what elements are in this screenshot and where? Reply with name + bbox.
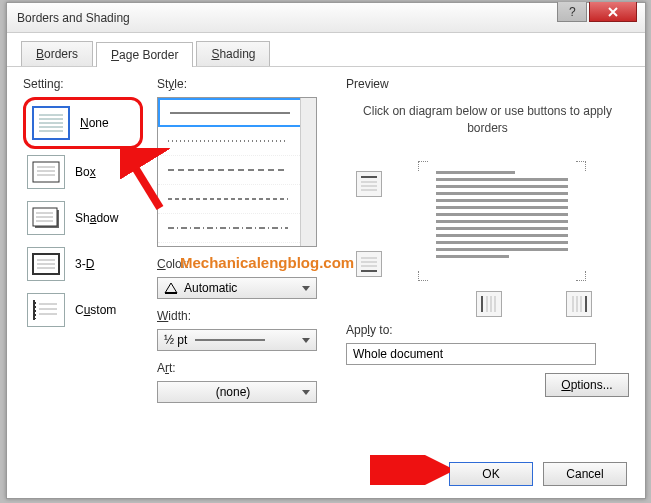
tab-label: Page Border	[111, 48, 178, 62]
tab-page-border[interactable]: Page Border	[96, 42, 193, 67]
art-dropdown[interactable]: (none)	[157, 381, 317, 403]
setting-item-shadow[interactable]: Shadow	[23, 195, 143, 241]
tab-shading[interactable]: Shading	[196, 41, 270, 66]
svg-rect-6	[33, 162, 59, 182]
setting-item-box[interactable]: Box	[23, 149, 143, 195]
color-label: Color:	[157, 257, 332, 271]
color-value: Automatic	[184, 281, 237, 295]
titlebar: Borders and Shading ?	[7, 3, 645, 33]
cancel-label: Cancel	[566, 467, 603, 481]
border-right-button[interactable]	[566, 291, 592, 317]
chevron-down-icon	[302, 286, 310, 291]
border-left-button[interactable]	[476, 291, 502, 317]
preview-doc-lines	[436, 171, 568, 262]
dialog-footer: OK Cancel	[449, 462, 627, 486]
help-button[interactable]: ?	[557, 2, 587, 22]
chevron-down-icon	[302, 338, 310, 343]
svg-text:?: ?	[569, 7, 576, 17]
setting-item-label: Custom	[75, 303, 116, 317]
setting-item-label: Shadow	[75, 211, 118, 225]
tab-label: Borders	[36, 47, 78, 61]
style-option-dashdot[interactable]	[158, 214, 316, 243]
close-button[interactable]	[589, 2, 637, 22]
color-swatch-icon	[164, 282, 178, 294]
window-buttons: ?	[557, 2, 637, 22]
tab-label: Shading	[211, 47, 255, 61]
style-column: Style: Color: Automatic Width:	[157, 77, 332, 403]
setting-shadow-icon	[27, 201, 65, 235]
chevron-down-icon	[302, 390, 310, 395]
svg-rect-44	[585, 296, 587, 312]
borders-shading-dialog: Borders and Shading ? Borders Page Borde…	[6, 2, 646, 499]
style-scrollbar[interactable]	[300, 98, 316, 246]
setting-none-icon	[32, 106, 70, 140]
ok-label: OK	[482, 467, 499, 481]
width-dropdown[interactable]: ½ pt	[157, 329, 317, 351]
style-option-dash-small[interactable]	[158, 185, 316, 214]
apply-to-value: Whole document	[353, 347, 443, 361]
style-option-solid[interactable]	[158, 98, 316, 127]
svg-rect-36	[361, 270, 377, 272]
preview-document[interactable]	[418, 161, 586, 281]
apply-to-label: Apply to:	[346, 323, 629, 337]
setting-column: Setting: None Box Shadow	[23, 77, 143, 403]
width-value: ½ pt	[164, 333, 187, 347]
setting-3d-icon	[27, 247, 65, 281]
setting-item-custom[interactable]: Custom	[23, 287, 143, 333]
window-title: Borders and Shading	[17, 11, 130, 25]
setting-item-3d[interactable]: 3-D	[23, 241, 143, 287]
style-label: Style:	[157, 77, 332, 91]
art-value: (none)	[216, 385, 251, 399]
svg-rect-29	[361, 176, 377, 178]
apply-to-row: Apply to: Whole document Options...	[346, 323, 629, 397]
preview-diagram	[346, 151, 629, 311]
ok-button[interactable]: OK	[449, 462, 533, 486]
color-dropdown[interactable]: Automatic	[157, 277, 317, 299]
style-listbox[interactable]	[157, 97, 317, 247]
svg-rect-37	[481, 296, 483, 312]
dialog-body: Setting: None Box Shadow	[7, 67, 645, 411]
svg-rect-27	[165, 292, 177, 294]
style-option-dashed[interactable]	[158, 156, 316, 185]
cancel-button[interactable]: Cancel	[543, 462, 627, 486]
setting-custom-icon	[27, 293, 65, 327]
preview-label: Preview	[346, 77, 629, 91]
tab-strip: Borders Page Border Shading	[7, 33, 645, 67]
setting-label: Setting:	[23, 77, 143, 91]
setting-item-label: None	[80, 116, 109, 130]
tab-borders[interactable]: Borders	[21, 41, 93, 66]
style-option-dotted[interactable]	[158, 127, 316, 156]
setting-box-icon	[27, 155, 65, 189]
preview-column: Preview Click on diagram below or use bu…	[346, 77, 629, 403]
options-label: Options...	[561, 378, 612, 392]
width-label: Width:	[157, 309, 332, 323]
setting-item-label: 3-D	[75, 257, 94, 271]
border-bottom-button[interactable]	[356, 251, 382, 277]
border-top-button[interactable]	[356, 171, 382, 197]
art-label: Art:	[157, 361, 332, 375]
preview-hint: Click on diagram below or use buttons to…	[346, 97, 629, 151]
apply-to-dropdown[interactable]: Whole document	[346, 343, 596, 365]
setting-item-none[interactable]: None	[23, 97, 143, 149]
setting-item-label: Box	[75, 165, 96, 179]
options-button[interactable]: Options...	[545, 373, 629, 397]
